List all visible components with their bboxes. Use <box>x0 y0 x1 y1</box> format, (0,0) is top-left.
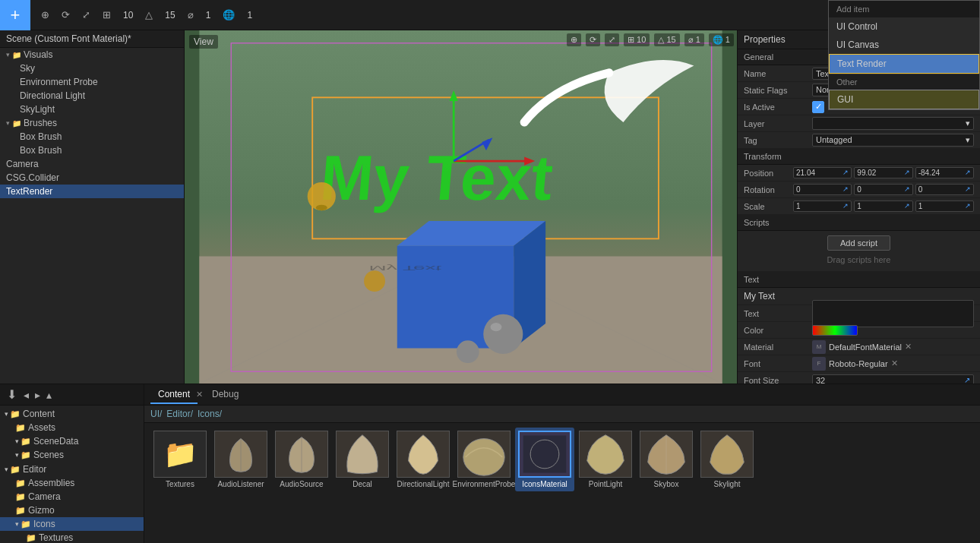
font-size-input[interactable]: 32↗ <box>812 374 974 384</box>
toolbar-icon-move[interactable]: ⊕ <box>36 6 54 24</box>
content-area: Content ✕ Debug UI/ Editor/ Icons/ 📁 Tex… <box>144 384 980 543</box>
rotation-x[interactable]: 0↗ <box>793 184 852 195</box>
position-y[interactable]: 99.02↗ <box>854 167 912 178</box>
scripts-section-title: Scripts <box>738 215 980 231</box>
name-label: Name <box>744 69 812 78</box>
rotation-row: Rotation 0↗ 0↗ 0↗ <box>738 182 980 198</box>
file-tree-assets[interactable]: 📁Assets <box>0 421 144 434</box>
tag-select[interactable]: Untagged▾ <box>812 134 974 147</box>
content-item-textures[interactable]: 📁 Textures <box>150 428 210 491</box>
file-tree-scenedata[interactable]: ▾ 📁SceneData <box>0 434 144 448</box>
add-item-header: Add item <box>829 1 979 17</box>
file-tree-content[interactable]: ▾ 📁Content <box>0 407 144 421</box>
text-label: Text <box>744 309 812 318</box>
color-swatch[interactable] <box>812 325 858 336</box>
tree-item-box-brush-2[interactable]: Box Brush <box>0 144 184 157</box>
tree-item-box-brush-1[interactable]: Box Brush <box>0 130 184 144</box>
up-icon[interactable]: ▴ <box>43 389 55 401</box>
scale-x[interactable]: 1↗ <box>793 200 852 212</box>
vp-move-icon[interactable]: ⊕ <box>567 33 581 46</box>
skybox-thumb <box>640 431 693 478</box>
font-close-icon[interactable]: ✕ <box>891 358 898 368</box>
file-tree-editor[interactable]: ▾ 📁Editor <box>0 462 144 476</box>
tree-item-directional-light[interactable]: Directional Light <box>0 89 184 103</box>
add-item-gui[interactable]: GUI <box>829 90 979 109</box>
path-ui[interactable]: UI/ <box>150 409 162 419</box>
toolbar-triangle[interactable]: △ <box>141 6 157 24</box>
content-item-iconsmaterial[interactable]: IconsMaterial <box>515 428 574 491</box>
vp-globe-btn[interactable]: 🌐 1 <box>709 33 734 46</box>
rotation-z[interactable]: 0↗ <box>915 184 974 195</box>
forward-icon[interactable]: ▸ <box>32 389 43 401</box>
toolbar-icon-grid[interactable]: ⊞ <box>98 6 115 24</box>
path-icons[interactable]: Icons/ <box>198 409 222 419</box>
vp-rotate-icon[interactable]: ⟳ <box>586 33 600 46</box>
material-label: Material <box>744 343 812 352</box>
add-item-ui-canvas[interactable]: UI Canvas <box>829 36 979 54</box>
is-active-checkbox[interactable]: ✓ <box>812 101 824 113</box>
audiosource-label: AudioSource <box>280 480 323 488</box>
toolbar-icon-rotate[interactable]: ⟳ <box>57 6 74 24</box>
path-editor[interactable]: Editor/ <box>166 409 193 419</box>
content-item-audiosource[interactable]: AudioSource <box>272 428 331 491</box>
font-size-label: Font Size <box>744 376 812 384</box>
file-tree-assemblies[interactable]: 📁Assemblies <box>0 476 144 490</box>
file-tree-camera[interactable]: 📁Camera <box>0 490 144 504</box>
tree-item-textrender[interactable]: TextRender <box>0 185 184 198</box>
svg-point-17 <box>364 270 385 292</box>
tree-item-sky[interactable]: Sky <box>0 62 184 75</box>
add-script-button[interactable]: Add script <box>827 235 890 251</box>
scale-label: Scale <box>744 202 793 211</box>
add-item-ui-control[interactable]: UI Control <box>829 17 979 36</box>
rotation-label: Rotation <box>744 185 793 194</box>
toolbar-angle[interactable]: ⌀ <box>183 6 198 24</box>
content-item-skybox[interactable]: Skybox <box>637 428 696 491</box>
download-icon[interactable]: ⬇ <box>3 387 21 402</box>
toolbar-icon-scale[interactable]: ⤢ <box>77 6 95 24</box>
content-item-environmentprobe[interactable]: EnvironmentProbe <box>454 428 514 491</box>
position-z[interactable]: -84.24↗ <box>915 167 974 178</box>
content-item-audiolistener[interactable]: AudioListener <box>211 428 270 491</box>
tab-debug[interactable]: Debug <box>204 386 246 404</box>
tree-item-camera[interactable]: Camera <box>0 157 184 171</box>
tab-content[interactable]: Content <box>150 386 198 404</box>
svg-point-20 <box>457 340 479 363</box>
file-tree-textures[interactable]: 📁Textures <box>0 531 144 543</box>
content-item-pointlight[interactable]: PointLight <box>576 428 635 491</box>
vp-scale-icon[interactable]: ⤢ <box>605 33 619 46</box>
drag-scripts-hint: Drag scripts here <box>744 253 974 267</box>
content-item-decal[interactable]: Decal <box>333 428 392 491</box>
back-icon[interactable]: ◂ <box>21 389 32 401</box>
tree-item-environment-probe[interactable]: Environment Probe <box>0 75 184 89</box>
add-button[interactable]: + <box>0 0 30 30</box>
scale-y[interactable]: 1↗ <box>854 200 912 212</box>
file-tree-icons[interactable]: ▾ 📁Icons <box>0 517 144 531</box>
file-tree-scenes[interactable]: ▾ 📁Scenes <box>0 448 144 462</box>
layer-select[interactable]: ▾ <box>812 117 974 130</box>
material-close-icon[interactable]: ✕ <box>905 342 912 352</box>
toolbar-angle-count: 1 <box>201 7 216 24</box>
scale-z[interactable]: 1↗ <box>915 200 974 212</box>
vp-triangle-btn[interactable]: △ 15 <box>654 33 679 46</box>
position-x[interactable]: 21.04↗ <box>793 167 852 178</box>
rotation-y[interactable]: 0↗ <box>854 184 912 195</box>
content-item-skylight[interactable]: Skylight <box>697 428 757 491</box>
tree-item-skylight[interactable]: SkyLight <box>0 103 184 116</box>
file-tree-gizmo[interactable]: 📁Gizmo <box>0 504 144 517</box>
tree-item-csg-collider[interactable]: CSG.Collider <box>0 171 184 185</box>
vp-grid-btn[interactable]: ⊞ 10 <box>624 33 650 46</box>
tree-item-visuals[interactable]: ▾ 📁Visuals <box>0 48 184 62</box>
directionallight-label: DirectionalLight <box>397 480 450 488</box>
pointlight-thumb <box>579 431 632 478</box>
bottom-panel: ⬇ ◂ ▸ ▴ ▾ 📁Content 📁Assets ▾ 📁SceneData … <box>0 384 980 543</box>
add-item-text-render[interactable]: Text Render <box>829 54 979 74</box>
tab-close-content[interactable]: ✕ <box>196 390 203 399</box>
tree-item-brushes[interactable]: ▾ 📁Brushes <box>0 116 184 130</box>
viewport: View ⊕ ⟳ ⤢ ⊞ 10 △ 15 ⌀ 1 🌐 1 <box>185 30 737 384</box>
toolbar-globe[interactable]: 🌐 <box>218 6 239 24</box>
material-name: DefaultFontMaterial <box>829 343 902 352</box>
skybox-label: Skybox <box>654 480 679 488</box>
vp-angle-btn[interactable]: ⌀ 1 <box>684 33 704 46</box>
content-item-directionallight[interactable]: DirectionalLight <box>394 428 453 491</box>
directionallight-thumb <box>397 431 450 478</box>
